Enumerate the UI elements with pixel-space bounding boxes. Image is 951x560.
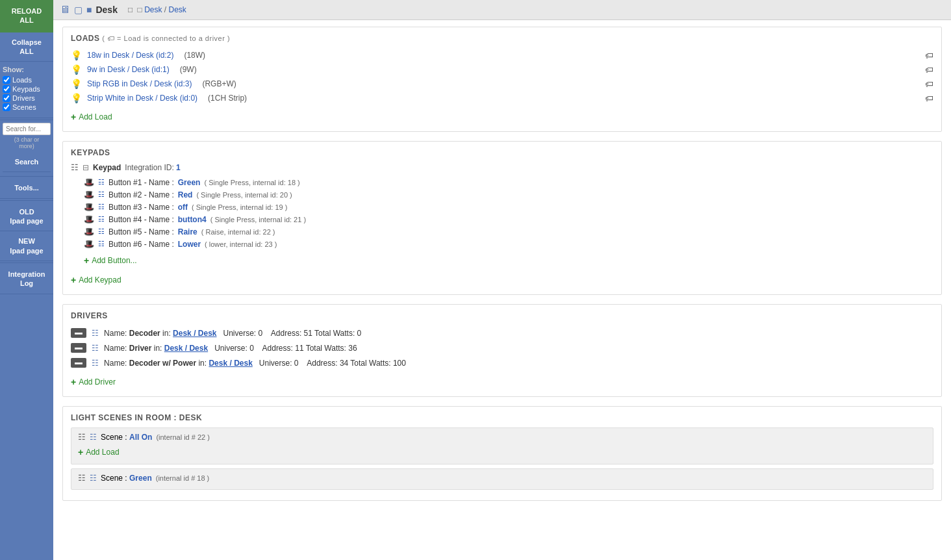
keypads-section-title: KEYPADS bbox=[71, 148, 933, 157]
add-driver-plus-icon: + bbox=[71, 377, 76, 387]
show-keypads-label[interactable]: Keypads bbox=[3, 85, 51, 93]
breadcrumb-room-link[interactable]: Desk bbox=[144, 5, 162, 14]
btn-name-6: Lower bbox=[178, 240, 201, 249]
driver-name-2: Driver bbox=[129, 344, 152, 353]
load-row: 💡 Strip White in Desk / Desk (id:0) (1CH… bbox=[71, 91, 933, 105]
load-bulb-icon-4: 💡 bbox=[71, 93, 82, 103]
topbar-tree-icon: ▢ bbox=[74, 5, 82, 15]
collapse-all-button[interactable]: Collapse ALL bbox=[0, 32, 53, 62]
topbar-nav-icon: □ bbox=[128, 5, 133, 14]
btn-name-5: Raire bbox=[178, 227, 197, 236]
driver-location-link-3[interactable]: Desk / Desk bbox=[209, 359, 252, 368]
show-drivers-label[interactable]: Drivers bbox=[3, 94, 51, 102]
driver-nav-icon-3: ☷ bbox=[92, 359, 99, 368]
driver-row-3: ▬▬ ☷ Name: Decoder w/ Power in: Desk / D… bbox=[71, 355, 933, 370]
load-bulb-icon-2: 💡 bbox=[71, 64, 82, 75]
topbar-nav-icon2: □ bbox=[138, 5, 142, 14]
driver-text-2: Name: Driver in: Desk / Desk Universe: 0… bbox=[104, 344, 357, 353]
loads-subtitle: ( 🏷 = Load is connected to a driver ) bbox=[102, 34, 230, 42]
scene-block-2: ☷ ☷ Scene : Green (internal id # 18 ) bbox=[71, 468, 933, 490]
drivers-section-title: DRIVERS bbox=[71, 311, 933, 320]
search-section: (3 char ormore) Search bbox=[0, 120, 53, 175]
search-button[interactable]: Search bbox=[3, 152, 51, 172]
driver-device-icon-3: ▬▬ bbox=[71, 358, 86, 368]
btn-label-2: Button #2 - Name : bbox=[108, 190, 174, 199]
load-link-3[interactable]: Stip RGB in Desk / Desk (id:3) bbox=[87, 79, 192, 88]
show-keypads-checkbox[interactable] bbox=[3, 85, 10, 93]
integration-log-button[interactable]: Integration Log bbox=[0, 264, 53, 294]
scene-icon-2: ☷ bbox=[78, 473, 86, 483]
show-keypads-text: Keypads bbox=[12, 85, 40, 93]
scene-icon-1: ☷ bbox=[78, 432, 86, 442]
load-type-1: (18W) bbox=[184, 51, 205, 60]
btn-name-4: button4 bbox=[178, 215, 207, 224]
add-keypad-button[interactable]: + Add Keypad bbox=[71, 272, 121, 288]
scene-nav-icon-2: ☷ bbox=[90, 474, 97, 483]
btn-label-1: Button #1 - Name : bbox=[108, 178, 174, 187]
show-loads-checkbox[interactable] bbox=[3, 76, 10, 84]
scene-add-load-button-1[interactable]: + Add Load bbox=[78, 444, 120, 460]
scene-add-load-label-1: Add Load bbox=[86, 448, 119, 457]
add-button-button[interactable]: + Add Button... bbox=[84, 253, 137, 268]
driver-row-2: ▬▬ ☷ Name: Driver in: Desk / Desk Univer… bbox=[71, 340, 933, 355]
btn-name-1: Green bbox=[178, 178, 201, 187]
button-hat-icon-1: 🎩 bbox=[84, 177, 94, 187]
search-input[interactable] bbox=[3, 123, 51, 135]
driver-location-link-1[interactable]: Desk / Desk bbox=[173, 329, 216, 338]
add-button-plus-icon: + bbox=[84, 255, 89, 266]
show-drivers-checkbox[interactable] bbox=[3, 94, 10, 102]
old-ipad-button[interactable]: OLD Ipad page bbox=[0, 202, 53, 232]
driver-nav-icon-1: ☷ bbox=[92, 329, 99, 338]
btn-name-2: Red bbox=[178, 190, 193, 199]
load-type-2: (9W) bbox=[180, 65, 197, 74]
load-row: 💡 9w in Desk / Desk (id:1) (9W) 🏷 bbox=[71, 62, 933, 77]
topbar-icon: 🖥 bbox=[60, 4, 70, 16]
button-row-2: 🎩 ☷ Button #2 - Name : Red ( Single Pres… bbox=[71, 188, 933, 201]
show-scenes-label[interactable]: Scenes bbox=[3, 103, 51, 111]
scene-label-1: Scene : All On bbox=[101, 433, 152, 442]
load-type-3: (RGB+W) bbox=[202, 79, 236, 88]
driver-location-link-2[interactable]: Desk / Desk bbox=[164, 344, 208, 353]
show-drivers-text: Drivers bbox=[12, 94, 35, 102]
scene-name-2: Green bbox=[129, 474, 152, 483]
main-content: LOADS ( 🏷 = Load is connected to a drive… bbox=[53, 20, 951, 560]
add-keypad-label: Add Keypad bbox=[79, 275, 121, 285]
load-tag-icon-1: 🏷 bbox=[925, 51, 933, 60]
driver-row-1: ▬▬ ☷ Name: Decoder in: Desk / Desk Unive… bbox=[71, 325, 933, 340]
btn-tree-icon-6: ☷ bbox=[98, 240, 105, 248]
tools-button[interactable]: Tools... bbox=[0, 178, 53, 198]
loads-section-title: LOADS ( 🏷 = Load is connected to a drive… bbox=[71, 34, 933, 43]
scene-label-2: Scene : Green bbox=[101, 474, 152, 483]
button-row-6: 🎩 ☷ Button #6 - Name : Lower ( lower, in… bbox=[71, 238, 933, 250]
load-link-1[interactable]: 18w in Desk / Desk (id:2) bbox=[87, 51, 173, 60]
load-row: 💡 18w in Desk / Desk (id:2) (18W) 🏷 bbox=[71, 48, 933, 62]
keypad-color-icon: ⊟ bbox=[82, 163, 89, 172]
button-hat-icon-3: 🎩 bbox=[84, 202, 94, 212]
btn-tree-icon-3: ☷ bbox=[98, 203, 105, 211]
add-load-label: Add Load bbox=[79, 112, 112, 121]
breadcrumb-page-link[interactable]: Desk bbox=[168, 5, 186, 14]
button-hat-icon-2: 🎩 bbox=[84, 190, 94, 199]
add-load-button[interactable]: + Add Load bbox=[71, 109, 112, 125]
keypad-header: ☷ ⊟ Keypad Integration ID: 1 bbox=[71, 162, 933, 172]
btn-detail-1: ( Single Press, internal id: 18 ) bbox=[204, 179, 299, 186]
show-loads-label[interactable]: Loads bbox=[3, 76, 51, 84]
btn-tree-icon-5: ☷ bbox=[98, 227, 105, 236]
load-link-2[interactable]: 9w in Desk / Desk (id:1) bbox=[87, 65, 170, 74]
scene-header-1: ☷ ☷ Scene : All On (internal id # 22 ) bbox=[78, 432, 926, 442]
show-scenes-checkbox[interactable] bbox=[3, 103, 10, 111]
add-driver-button[interactable]: + Add Driver bbox=[71, 374, 116, 390]
load-link-4[interactable]: Strip White in Desk / Desk (id:0) bbox=[87, 94, 197, 103]
reload-all-button[interactable]: RELOAD ALL bbox=[0, 0, 53, 32]
new-ipad-button[interactable]: NEW Ipad page bbox=[0, 231, 53, 261]
button-row-1: 🎩 ☷ Button #1 - Name : Green ( Single Pr… bbox=[71, 176, 933, 188]
button-row-5: 🎩 ☷ Button #5 - Name : Raire ( Raise, in… bbox=[71, 225, 933, 238]
scene-detail-1: (internal id # 22 ) bbox=[156, 433, 210, 441]
btn-detail-3: ( Single Press, internal id: 19 ) bbox=[192, 203, 287, 211]
btn-label-3: Button #3 - Name : bbox=[108, 203, 174, 212]
topbar: 🖥 ▢ ■ Desk □ □ Desk / Desk bbox=[53, 0, 951, 20]
driver-name-3: Decoder w/ Power bbox=[129, 359, 196, 368]
load-bulb-icon-3: 💡 bbox=[71, 79, 82, 89]
scene-detail-2: (internal id # 18 ) bbox=[156, 474, 210, 482]
button-hat-icon-5: 🎩 bbox=[84, 227, 94, 236]
